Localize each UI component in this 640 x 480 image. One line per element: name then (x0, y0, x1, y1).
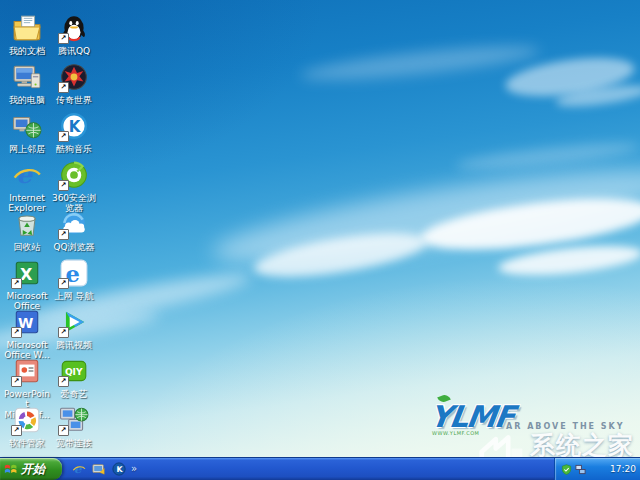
shortcut-arrow-overlay: ↗ (58, 131, 69, 142)
desktop-icon-label: 宽带连接 (50, 438, 98, 448)
ylmf-site-text: WWW.YLMF.COM (432, 430, 479, 436)
svg-text:K: K (116, 465, 123, 474)
desktop-icon-software-manager[interactable]: ↗ 软件管家 (3, 405, 51, 448)
desktop-icon-label: QQ浏览器 (50, 242, 98, 252)
kugou-icon: K ↗ (59, 111, 89, 141)
qq-icon: ↗ (59, 13, 89, 43)
desktop-icon-label: 我的电脑 (3, 95, 51, 105)
icon-glyph (12, 111, 42, 141)
shortcut-arrow-overlay: ↗ (58, 82, 69, 93)
show-desktop-quicklaunch-button[interactable] (91, 462, 106, 477)
icon-glyph (12, 209, 42, 239)
desktop-icon-360-safe-browser[interactable]: ↗ 360安全浏览器 (50, 160, 98, 214)
quick-launch-bar: eK» (71, 462, 137, 477)
softmgr-icon: ↗ (12, 405, 42, 435)
kugou-music-quicklaunch-button[interactable]: K (111, 462, 126, 477)
desktop-icon-broadband-connection[interactable]: ↗ 宽带连接 (50, 405, 98, 448)
svg-text:K: K (69, 118, 82, 136)
ppt-icon: ↗ (12, 356, 42, 386)
desktop-icon-qq-browser[interactable]: ↗ QQ浏览器 (50, 209, 98, 252)
shortcut-arrow-overlay: ↗ (58, 180, 69, 191)
recycle-icon: ↗ (12, 209, 42, 239)
shortcut-arrow-overlay: ↗ (11, 376, 22, 387)
qqbrowser-icon: ↗ (59, 209, 89, 239)
shortcut-arrow-overlay: ↗ (11, 278, 22, 289)
network-icon: ↗ (12, 111, 42, 141)
excel-icon: X ↗ (12, 258, 42, 288)
taskbar: 开始 eK» 17:20 (0, 457, 640, 480)
icon-glyph (12, 13, 42, 43)
browser360-icon: ↗ (59, 160, 89, 190)
shortcut-arrow-overlay: ↗ (58, 229, 69, 240)
security-tray-icon[interactable] (561, 464, 572, 475)
desktop-icon-network-places[interactable]: ↗ 网上邻居 (3, 111, 51, 154)
icon-glyph: e (12, 160, 42, 190)
desktop-icon-label: 上网 导航 (50, 291, 98, 301)
desktop-icon-tencent-video[interactable]: ↗ 腾讯视频 (50, 307, 98, 350)
network-tray-icon[interactable] (575, 464, 586, 475)
quick-launch-overflow-chevron[interactable]: » (131, 464, 137, 474)
icon-glyph (12, 62, 42, 92)
shortcut-arrow-overlay: ↗ (11, 425, 22, 436)
legend-icon: ↗ (59, 62, 89, 92)
desktop-icon-internet-navigation[interactable]: e ↗ 上网 导航 (50, 258, 98, 301)
computer-icon: ↗ (12, 62, 42, 92)
desktop-icon-label: 回收站 (3, 242, 51, 252)
shortcut-arrow-overlay: ↗ (58, 376, 69, 387)
start-button[interactable]: 开始 (0, 458, 62, 480)
taskbar-clock[interactable]: 17:20 (610, 464, 636, 474)
start-button-label: 开始 (21, 461, 45, 478)
desktop-icon-label: 腾讯视频 (50, 340, 98, 350)
windows-flag-icon (4, 462, 18, 476)
desktop-icon-label: 酷狗音乐 (50, 144, 98, 154)
desktop-icon-label: 软件管家 (3, 438, 51, 448)
system-tray: 17:20 (554, 458, 640, 480)
desktop-icon-kugou-music[interactable]: K ↗ 酷狗音乐 (50, 111, 98, 154)
shortcut-arrow-overlay: ↗ (58, 33, 69, 44)
iqiyi-icon: QIY ↗ (59, 356, 89, 386)
desktop-icon-internet-explorer[interactable]: e ↗ Internet Explorer (3, 160, 51, 214)
desktop-icon-label: 网上邻居 (3, 144, 51, 154)
desktop-icon-label: 腾讯QQ (50, 46, 98, 56)
desktop-icon-ms-office-word[interactable]: W ↗ Microsoft Office W... (3, 307, 51, 361)
broadband-icon: ↗ (59, 405, 89, 435)
desktop-icon-label: 传奇世界 (50, 95, 98, 105)
desktop-icon-my-computer[interactable]: ↗ 我的电脑 (3, 62, 51, 105)
tvideo-icon: ↗ (59, 307, 89, 337)
desktop-icon-legend-of-world[interactable]: ↗ 传奇世界 (50, 62, 98, 105)
desktop-icon-my-documents[interactable]: ↗ 我的文档 (3, 13, 51, 56)
ie-icon: e ↗ (12, 160, 42, 190)
desktop-icon-label: 爱奇艺 (50, 389, 98, 399)
enav-icon: e ↗ (59, 258, 89, 288)
folder-icon: ↗ (12, 13, 42, 43)
desktop-icon-label: 我的文档 (3, 46, 51, 56)
internet-explorer-quicklaunch-button[interactable]: e (71, 462, 86, 477)
desktop-icon-iqiyi[interactable]: QIY ↗ 爱奇艺 (50, 356, 98, 399)
desktop-icon-tencent-qq[interactable]: ↗ 腾讯QQ (50, 13, 98, 56)
desktop-icon-recycle-bin[interactable]: ↗ 回收站 (3, 209, 51, 252)
screen: ↗ 我的文档 ↗ 腾讯QQ ↗ 我的电脑 ↗ 传奇世界 ↗ 网上邻居 K ↗ 酷… (0, 0, 640, 480)
shortcut-arrow-overlay: ↗ (58, 425, 69, 436)
shortcut-arrow-overlay: ↗ (58, 327, 69, 338)
shortcut-arrow-overlay: ↗ (58, 278, 69, 289)
word-icon: W ↗ (12, 307, 42, 337)
shortcut-arrow-overlay: ↗ (11, 327, 22, 338)
